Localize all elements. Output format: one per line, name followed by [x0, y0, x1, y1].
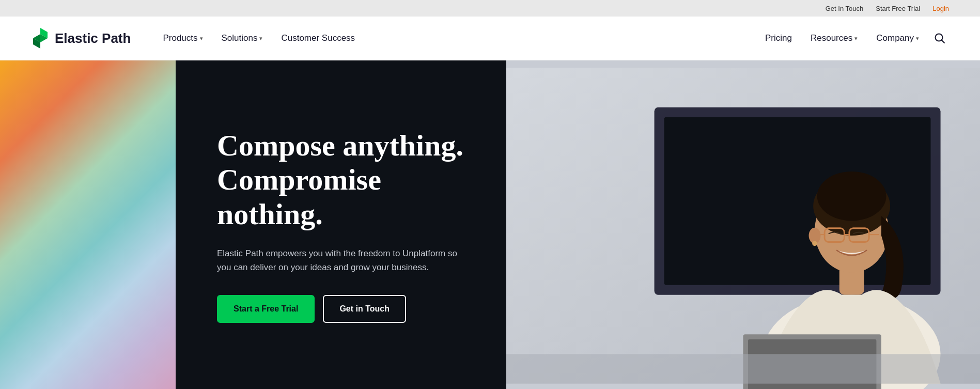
nav-pricing[interactable]: Pricing [758, 29, 799, 48]
top-bar: Get In Touch Start Free Trial Login [0, 0, 980, 17]
resources-chevron-icon: ▾ [854, 35, 858, 42]
start-free-trial-top-link[interactable]: Start Free Trial [876, 5, 920, 12]
logo-text: Elastic Path [55, 30, 131, 46]
hero-title: Compose anything.Compromise nothing. [217, 129, 465, 232]
search-button[interactable] [930, 29, 949, 48]
nav-products[interactable]: Products ▾ [155, 29, 210, 48]
nav-right: Pricing Resources ▾ Company ▾ [758, 29, 949, 48]
nav-customer-success[interactable]: Customer Success [274, 29, 362, 48]
get-in-touch-button[interactable]: Get in Touch [323, 295, 406, 323]
nav-left: Products ▾ Solutions ▾ Customer Success [155, 29, 362, 48]
search-icon [934, 33, 945, 44]
nav-solutions[interactable]: Solutions ▾ [214, 29, 270, 48]
svg-point-10 [817, 172, 886, 221]
hero-section: Compose anything.Compromise nothing. Ela… [0, 60, 980, 389]
logo-link[interactable]: Elastic Path [31, 27, 131, 50]
hero-buttons: Start a Free Trial Get in Touch [217, 295, 465, 323]
svg-rect-21 [506, 354, 980, 383]
svg-point-17 [812, 241, 817, 246]
hero-content: Compose anything.Compromise nothing. Ela… [176, 60, 506, 389]
nav-company[interactable]: Company ▾ [869, 29, 926, 48]
products-chevron-icon: ▾ [200, 35, 203, 42]
start-free-trial-button[interactable]: Start a Free Trial [217, 295, 315, 323]
hero-gradient-bg [0, 60, 176, 389]
hero-subtitle: Elastic Path empowers you with the freed… [217, 246, 465, 274]
nav-resources[interactable]: Resources ▾ [803, 29, 865, 48]
svg-line-1 [942, 40, 945, 43]
company-chevron-icon: ▾ [916, 35, 919, 42]
hero-person-illustration [506, 60, 980, 389]
login-top-link[interactable]: Login [932, 5, 949, 12]
elastic-path-logo-icon [31, 27, 50, 50]
get-in-touch-top-link[interactable]: Get In Touch [826, 5, 863, 12]
navbar: Elastic Path Products ▾ Solutions ▾ Cust… [0, 17, 980, 60]
solutions-chevron-icon: ▾ [259, 35, 262, 42]
hero-image [506, 60, 980, 389]
